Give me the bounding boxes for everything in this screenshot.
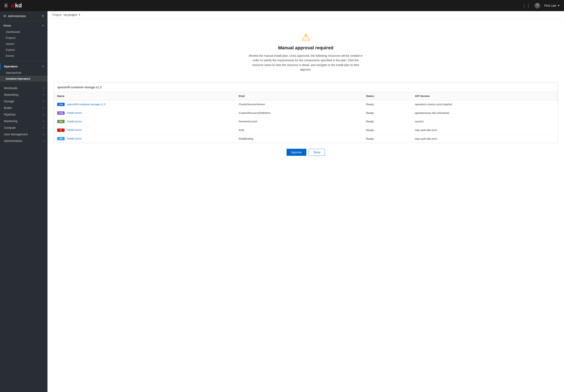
monitoring-chevron-icon: >: [43, 120, 44, 122]
project-chevron-icon[interactable]: ▼: [78, 14, 81, 16]
resource-api-version-cell: core/v1: [412, 117, 558, 126]
user-menu[interactable]: First Last ▼: [544, 4, 560, 7]
networking-label: Networking: [4, 93, 18, 96]
workloads-chevron-icon: >: [43, 87, 44, 89]
sidebar-item-user-management[interactable]: User Management >: [0, 131, 47, 138]
resource-type-badge: CRD: [57, 111, 65, 115]
user-name: First Last: [544, 4, 556, 7]
warning-section: ⚠ Manual approval required Review the ma…: [54, 27, 558, 78]
sidebar-item-workloads[interactable]: Workloads >: [0, 85, 47, 91]
storage-label: Storage: [4, 100, 14, 103]
home-chevron-icon: ▼: [42, 24, 44, 27]
resource-status-cell: Ready: [363, 126, 412, 135]
hamburger-icon[interactable]: ☰: [4, 3, 8, 8]
table-row: R install-oscss Role Ready rbac.auth.k8s…: [54, 126, 558, 135]
resource-kind-cell: RoleBinding: [235, 134, 363, 143]
resource-api-version-cell: operators.coreos.com/v1alpha1: [412, 100, 558, 109]
resource-status-cell: Ready: [363, 117, 412, 126]
resource-name-cell: SA install-oscss: [54, 117, 235, 126]
sidebar-item-dashboards[interactable]: Dashboards: [0, 29, 47, 35]
warning-title: Manual approval required: [54, 45, 558, 51]
resource-name-cell: R install-oscss: [54, 126, 235, 135]
sidebar-item-search[interactable]: Search: [0, 41, 47, 47]
sidebar-operators-header[interactable]: Operators ▼: [0, 63, 47, 70]
resource-api-version-cell: rbac.auth.k8s.io/v1: [412, 134, 558, 143]
resource-api-version-cell: rbac.auth.k8s.io/v1: [412, 126, 558, 135]
logo: okd: [11, 2, 22, 9]
sidebar-item-compute[interactable]: Compute >: [0, 124, 47, 131]
deny-button[interactable]: Deny: [309, 149, 325, 156]
admin-label: Administrator: [8, 14, 26, 18]
compute-label: Compute: [4, 126, 16, 129]
resource-link[interactable]: openshift-container-storage.v1.3: [67, 103, 105, 106]
col-name: Name: [54, 92, 235, 100]
logo-o: o: [11, 2, 15, 9]
user-management-chevron-icon: >: [43, 133, 44, 135]
help-icon[interactable]: ?: [535, 3, 540, 8]
table-row: SA install-oscss ServiceAccount Ready co…: [54, 117, 558, 126]
home-label: Home: [3, 24, 11, 27]
resource-name-cell: CSV openshift-container-storage.v1.3: [54, 100, 235, 109]
sidebar-section-home: Home ▼ Dashboards Projects Search Explor…: [0, 21, 47, 60]
table-row: RB install-oscss RoleBinding Ready rbac.…: [54, 134, 558, 143]
resource-type-badge: SA: [57, 120, 65, 123]
networking-chevron-icon: >: [43, 94, 44, 96]
pipelines-label: Pipelines: [4, 113, 16, 116]
resources-table: Name Kind Status API Version CSV openshi…: [54, 92, 558, 143]
resource-type-badge: R: [57, 129, 65, 132]
resource-type-badge: RB: [57, 137, 65, 140]
sidebar-item-pipelines[interactable]: Pipelines >: [0, 111, 47, 118]
sidebar-item-networking[interactable]: Networking >: [0, 91, 47, 98]
top-nav: ☰ okd ⋮⋮ ? First Last ▼: [0, 0, 564, 11]
monitoring-label: Monitoring: [4, 120, 17, 123]
project-bar: Project: my-project ▼: [47, 11, 564, 19]
col-api-version: API Version: [412, 92, 558, 100]
sidebar-item-operatorhub[interactable]: OperatorHub: [0, 70, 47, 76]
sidebar-item-installed-operators[interactable]: Installed Operators: [0, 76, 47, 82]
sidebar-home-header[interactable]: Home ▼: [0, 22, 47, 29]
builds-chevron-icon: >: [43, 107, 44, 109]
sidebar-section-operators: Operators ▼ OperatorHub Installed Operat…: [0, 62, 47, 83]
main-content: Project: my-project ▼ ⚠ Manual approval …: [47, 11, 564, 392]
sidebar-item-explore[interactable]: Explore: [0, 47, 47, 53]
resource-name-cell: RB install-oscss: [54, 134, 235, 143]
administration-chevron-icon: >: [43, 140, 44, 142]
action-buttons: Approve Deny: [54, 149, 558, 156]
resource-link[interactable]: install-oscss: [67, 120, 82, 123]
install-plan-table-section: openshift-container-storage.v1.3 Name Ki…: [54, 82, 558, 143]
operators-label: Operators: [4, 65, 18, 68]
col-kind: Kind: [235, 92, 363, 100]
sidebar-item-administration[interactable]: Administration >: [0, 138, 47, 144]
resource-link[interactable]: install-oscss: [67, 128, 82, 131]
warning-icon: ⚠: [54, 31, 558, 43]
resource-link[interactable]: install-oscss: [67, 111, 82, 114]
table-row: CSV openshift-container-storage.v1.3 Clu…: [54, 100, 558, 109]
approve-button[interactable]: Approve: [286, 149, 306, 156]
resource-kind-cell: CustomResourceDefinition: [235, 109, 363, 117]
resource-link[interactable]: install-oscss: [67, 137, 82, 140]
grid-icon[interactable]: ⋮⋮: [522, 3, 530, 8]
sidebar-item-builds[interactable]: Builds >: [0, 105, 47, 111]
gear-icon: ⚙: [3, 14, 6, 18]
project-label: Project:: [52, 13, 62, 16]
workloads-label: Workloads: [4, 86, 17, 90]
resource-status-cell: Ready: [363, 109, 412, 117]
resource-kind-cell: ServiceAccount: [235, 117, 363, 126]
sidebar: ⚙ Administrator ▼ Home ▼ Dashboards Proj…: [0, 11, 47, 392]
administration-label: Administration: [4, 139, 22, 143]
user-chevron-icon: ▼: [557, 4, 560, 7]
resource-api-version-cell: apiextensions.k8s.io/b1beta1: [412, 109, 558, 117]
sidebar-item-storage[interactable]: Storage >: [0, 98, 47, 105]
sidebar-item-events[interactable]: Events: [0, 53, 47, 59]
sidebar-item-monitoring[interactable]: Monitoring >: [0, 118, 47, 124]
storage-chevron-icon: >: [43, 100, 44, 103]
resource-status-cell: Ready: [363, 100, 412, 109]
logo-kd: kd: [15, 2, 22, 9]
admin-chevron-icon: ▼: [42, 15, 44, 17]
resource-type-badge: CSV: [57, 103, 65, 106]
sidebar-item-projects[interactable]: Projects: [0, 35, 47, 41]
admin-selector[interactable]: ⚙ Administrator ▼: [0, 11, 47, 21]
resource-kind-cell: ClusterServiceVersion: [235, 100, 363, 109]
compute-chevron-icon: >: [43, 126, 44, 129]
page-body: ⚠ Manual approval required Review the ma…: [47, 19, 564, 392]
